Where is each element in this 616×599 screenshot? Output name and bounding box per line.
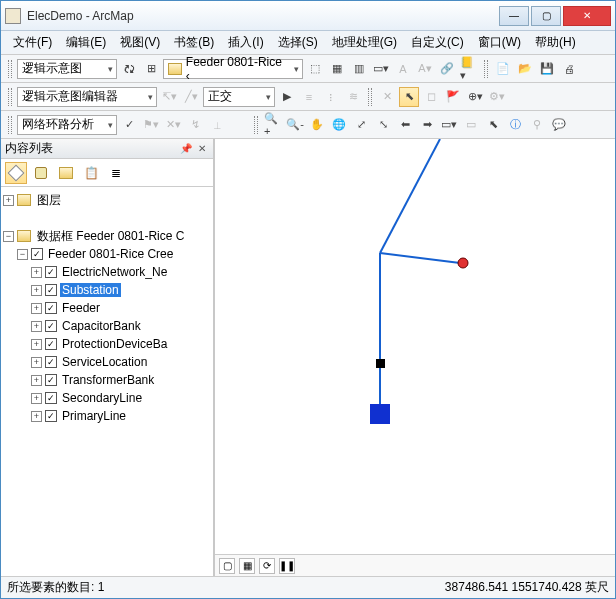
refresh-view-icon[interactable]: ⟳ bbox=[259, 558, 275, 574]
tree-layer[interactable]: +✓ServiceLocation bbox=[3, 353, 211, 371]
expand-icon[interactable]: + bbox=[31, 393, 42, 404]
tree-layer[interactable]: +✓Substation bbox=[3, 281, 211, 299]
checkbox[interactable]: ✓ bbox=[45, 320, 57, 332]
open-file-icon[interactable]: 📂 bbox=[515, 59, 535, 79]
clear-selection-icon[interactable]: ▭ bbox=[461, 115, 481, 135]
expand-icon[interactable]: + bbox=[31, 285, 42, 296]
data-view-icon[interactable]: ▢ bbox=[219, 558, 235, 574]
play-layout-icon[interactable]: ▶ bbox=[277, 87, 297, 107]
text-a2-icon[interactable]: A▾ bbox=[415, 59, 435, 79]
list-by-visibility-icon[interactable] bbox=[55, 162, 77, 184]
pin-icon[interactable]: 📌 bbox=[179, 142, 193, 156]
fixed-zoom-out-icon[interactable]: ⤡ bbox=[373, 115, 393, 135]
menu-view[interactable]: 视图(V) bbox=[114, 32, 166, 53]
checkbox[interactable]: ✓ bbox=[45, 338, 57, 350]
pan-icon[interactable]: ✋ bbox=[307, 115, 327, 135]
layer-props-icon[interactable]: ▦ bbox=[327, 59, 347, 79]
text-a-icon[interactable]: A bbox=[393, 59, 413, 79]
edit-line-icon[interactable]: ╱▾ bbox=[181, 87, 201, 107]
tree-root[interactable]: + 图层 bbox=[3, 191, 211, 209]
menu-file[interactable]: 文件(F) bbox=[7, 32, 58, 53]
fwd-extent-icon[interactable]: ➡ bbox=[417, 115, 437, 135]
select-features-icon[interactable]: ▭▾ bbox=[439, 115, 459, 135]
layout-dropdown[interactable]: 正交 bbox=[203, 87, 275, 107]
checkbox[interactable]: ✓ bbox=[31, 248, 43, 260]
schematic-align-icon[interactable]: ⊞ bbox=[141, 59, 161, 79]
checkbox[interactable]: ✓ bbox=[45, 356, 57, 368]
menu-select[interactable]: 选择(S) bbox=[272, 32, 324, 53]
solve-icon[interactable]: ✓ bbox=[119, 115, 139, 135]
distribute-icon[interactable]: ≋ bbox=[343, 87, 363, 107]
identify-icon[interactable]: ⓘ bbox=[505, 115, 525, 135]
close-panel-icon[interactable]: ✕ bbox=[195, 142, 209, 156]
hyperlink-icon[interactable]: ⚲ bbox=[527, 115, 547, 135]
expand-icon[interactable]: + bbox=[31, 321, 42, 332]
sync-icon[interactable]: 🔗 bbox=[437, 59, 457, 79]
checkbox[interactable]: ✓ bbox=[45, 392, 57, 404]
more-tools-icon[interactable]: ⚙▾ bbox=[487, 87, 507, 107]
tree-layer[interactable]: +✓ProtectionDeviceBa bbox=[3, 335, 211, 353]
tree-dataframe[interactable]: − 数据框 Feeder 0801-Rice C bbox=[3, 227, 211, 245]
full-extent-icon[interactable]: 🌐 bbox=[329, 115, 349, 135]
tree-layer[interactable]: +✓PrimaryLine bbox=[3, 407, 211, 425]
menu-edit[interactable]: 编辑(E) bbox=[60, 32, 112, 53]
editor-dropdown[interactable]: 逻辑示意图编辑器 bbox=[17, 87, 157, 107]
checkbox[interactable]: ✓ bbox=[45, 284, 57, 296]
close-button[interactable]: ✕ bbox=[563, 6, 611, 26]
list-by-source-icon[interactable] bbox=[30, 162, 52, 184]
print-icon[interactable]: 🖨 bbox=[559, 59, 579, 79]
feeder-dropdown[interactable]: Feeder 0801-Rice ‹ bbox=[163, 59, 303, 79]
menu-geoprocessing[interactable]: 地理处理(G) bbox=[326, 32, 403, 53]
tree-layer[interactable]: +✓TransformerBank bbox=[3, 371, 211, 389]
tree-layer[interactable]: +✓CapacitorBank bbox=[3, 317, 211, 335]
find-path-icon[interactable]: ⟂ bbox=[207, 115, 227, 135]
list-by-selection-icon[interactable]: 📋 bbox=[80, 162, 102, 184]
select-pointer-icon[interactable]: ⬉ bbox=[399, 87, 419, 107]
expand-icon[interactable]: + bbox=[31, 357, 42, 368]
expand-icon[interactable]: + bbox=[31, 303, 42, 314]
network-analysis-dropdown[interactable]: 网络环路分析 bbox=[17, 115, 117, 135]
tree-group[interactable]: − ✓ Feeder 0801-Rice Cree bbox=[3, 245, 211, 263]
expand-icon[interactable]: + bbox=[3, 195, 14, 206]
expand-tree-icon[interactable]: ⊕▾ bbox=[465, 87, 485, 107]
menu-insert[interactable]: 插入(I) bbox=[222, 32, 269, 53]
checkbox[interactable]: ✓ bbox=[45, 374, 57, 386]
expand-icon[interactable]: + bbox=[31, 339, 42, 350]
catalog-icon[interactable]: 📒▾ bbox=[459, 59, 479, 79]
menu-window[interactable]: 窗口(W) bbox=[472, 32, 527, 53]
zoom-extent-icon[interactable]: ⬚ bbox=[305, 59, 325, 79]
select-box-icon[interactable]: ◻ bbox=[421, 87, 441, 107]
schematic-view-dropdown[interactable]: 逻辑示意图 bbox=[17, 59, 117, 79]
menu-customize[interactable]: 自定义(C) bbox=[405, 32, 470, 53]
checkbox[interactable]: ✓ bbox=[45, 302, 57, 314]
pause-view-icon[interactable]: ❚❚ bbox=[279, 558, 295, 574]
tree-layer[interactable]: +✓Feeder bbox=[3, 299, 211, 317]
list-by-drawing-icon[interactable] bbox=[5, 162, 27, 184]
menu-help[interactable]: 帮助(H) bbox=[529, 32, 582, 53]
layer-link-icon[interactable]: ▥ bbox=[349, 59, 369, 79]
move-vertex-icon[interactable]: ↸▾ bbox=[159, 87, 179, 107]
html-popup-icon[interactable]: 💬 bbox=[549, 115, 569, 135]
save-icon[interactable]: 💾 bbox=[537, 59, 557, 79]
map-canvas[interactable]: ▢ ▦ ⟳ ❚❚ bbox=[215, 139, 615, 576]
tree-layer[interactable]: +✓ElectricNetwork_Ne bbox=[3, 263, 211, 281]
pointer-icon[interactable]: ⬉ bbox=[483, 115, 503, 135]
back-extent-icon[interactable]: ⬅ bbox=[395, 115, 415, 135]
layout-view-icon[interactable]: ▦ bbox=[239, 558, 255, 574]
zoom-in-icon[interactable]: 🔍+ bbox=[263, 115, 283, 135]
expand-icon[interactable]: + bbox=[31, 411, 42, 422]
collapse-icon[interactable]: − bbox=[3, 231, 14, 242]
add-barrier-icon[interactable]: ✕▾ bbox=[163, 115, 183, 135]
tree-layer[interactable]: +✓SecondaryLine bbox=[3, 389, 211, 407]
checkbox[interactable]: ✓ bbox=[45, 410, 57, 422]
checkbox[interactable]: ✓ bbox=[45, 266, 57, 278]
clear-results-icon[interactable]: ↯ bbox=[185, 115, 205, 135]
minimize-button[interactable]: — bbox=[499, 6, 529, 26]
align-v-icon[interactable]: ⫶ bbox=[321, 87, 341, 107]
flag-icon[interactable]: 🚩 bbox=[443, 87, 463, 107]
align-h-icon[interactable]: ≡ bbox=[299, 87, 319, 107]
menu-bookmark[interactable]: 书签(B) bbox=[168, 32, 220, 53]
fixed-zoom-in-icon[interactable]: ⤢ bbox=[351, 115, 371, 135]
trace-icon[interactable]: ✕ bbox=[377, 87, 397, 107]
schematic-refresh-icon[interactable]: 🗘 bbox=[119, 59, 139, 79]
